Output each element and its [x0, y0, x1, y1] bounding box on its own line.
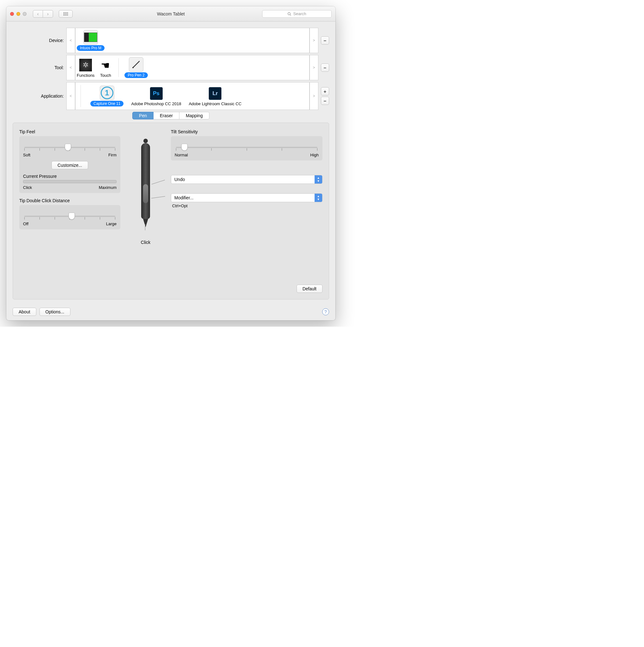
tool-item-label: Touch	[100, 73, 111, 78]
tool-item-label: Functions	[77, 73, 94, 78]
tool-label: Tool:	[13, 65, 66, 70]
device-item-intuos[interactable]: Intuos Pro M	[77, 30, 104, 51]
app-item-captureone[interactable]: 1 Capture One 11	[90, 86, 124, 106]
upper-button-dropdown[interactable]: Undo ▲▼	[171, 175, 322, 184]
photoshop-icon: Ps	[150, 87, 163, 100]
settings-tabs: Pen Eraser Mapping	[13, 112, 329, 120]
touch-icon: ☚	[101, 59, 110, 71]
pen-small-icon	[130, 58, 143, 71]
tool-item-functions[interactable]: ✲ Functions	[77, 58, 94, 78]
titlebar: ‹ › Wacom Tablet Search	[6, 6, 335, 21]
grid-icon	[64, 12, 68, 15]
slider-thumb[interactable]	[69, 213, 75, 220]
nav-buttons: ‹ ›	[33, 10, 53, 18]
tool-item-label: Pro Pen 2	[125, 72, 148, 78]
tab-pen[interactable]: Pen	[132, 112, 154, 120]
lightroom-icon: Lr	[209, 87, 221, 100]
svg-line-2	[133, 61, 139, 68]
search-input[interactable]: Search	[262, 10, 332, 18]
lower-button-sublabel: Ctrl+Opt	[172, 204, 322, 208]
forward-button[interactable]: ›	[43, 10, 53, 18]
pressure-max-label: Maximum	[99, 185, 116, 190]
application-label: Application:	[13, 93, 66, 98]
preferences-window: ‹ › Wacom Tablet Search Device: < Intuos…	[6, 6, 335, 320]
tool-item-touch[interactable]: ☚ Touch	[98, 58, 113, 78]
tool-scroll-right[interactable]: >	[310, 55, 318, 80]
capture-one-icon: 1	[101, 86, 113, 99]
svg-point-3	[132, 67, 134, 68]
app-add-button[interactable]: +	[321, 87, 329, 95]
double-click-slider[interactable]	[24, 216, 115, 217]
tool-row: Tool: < ✲ Functions ☚ Touch Pro Pen 2	[13, 55, 329, 80]
close-icon[interactable]	[10, 12, 14, 16]
tilt-slider[interactable]	[176, 147, 317, 148]
svg-point-0	[288, 12, 291, 15]
traffic-lights	[10, 12, 26, 16]
application-list: 1 Capture One 11 Ps Adobe Photoshop CC 2…	[75, 82, 310, 110]
tilt-high-label: High	[310, 153, 319, 157]
divider	[81, 85, 81, 107]
chevron-updown-icon: ▲▼	[315, 175, 322, 184]
app-scroll-right[interactable]: >	[310, 82, 318, 110]
slider-thumb[interactable]	[181, 144, 187, 151]
customize-button[interactable]: Customize...	[52, 161, 88, 169]
double-click-large-label: Large	[106, 221, 116, 226]
application-row: Application: < 1 Capture One 11 Ps Adobe…	[13, 82, 329, 110]
bottom-bar: About Options... ?	[6, 304, 335, 320]
back-button[interactable]: ‹	[33, 10, 43, 18]
device-label: Device:	[13, 38, 66, 43]
pen-panel: Tip Feel Soft Firm Customize... Current …	[13, 123, 329, 299]
device-row: Device: < Intuos Pro M > −	[13, 28, 329, 53]
zoom-icon	[23, 12, 26, 16]
current-pressure-title: Current Pressure	[23, 174, 116, 179]
pressure-bar	[23, 180, 116, 183]
svg-line-1	[290, 14, 291, 15]
device-remove-button[interactable]: −	[321, 36, 329, 45]
minimize-icon[interactable]	[16, 12, 20, 16]
tablet-icon	[84, 32, 97, 42]
tab-eraser[interactable]: Eraser	[154, 112, 179, 120]
about-button[interactable]: About	[13, 308, 36, 316]
lower-button-dropdown[interactable]: Modifier... ▲▼	[171, 193, 322, 202]
divider	[118, 58, 119, 77]
app-item-label: Capture One 11	[90, 101, 124, 106]
double-click-title: Tip Double Click Distance	[19, 198, 120, 203]
tip-feel-slider[interactable]	[24, 147, 115, 148]
tip-feel-group: Soft Firm Customize... Current Pressure …	[19, 136, 120, 193]
app-item-label: Adobe Lightroom Classic CC	[189, 101, 242, 106]
show-all-button[interactable]	[59, 10, 73, 18]
tip-feel-firm-label: Firm	[108, 153, 116, 157]
app-scroll-left[interactable]: <	[66, 82, 75, 110]
double-click-off-label: Off	[23, 221, 28, 226]
device-scroll-left[interactable]: <	[66, 28, 75, 53]
search-placeholder: Search	[293, 11, 306, 16]
device-list: Intuos Pro M	[75, 28, 310, 53]
tip-feel-soft-label: Soft	[23, 153, 30, 157]
help-button[interactable]: ?	[322, 308, 329, 315]
pen-tip-label: Click	[141, 240, 150, 245]
functions-icon: ✲	[79, 59, 92, 71]
tip-feel-title: Tip Feel	[19, 129, 120, 134]
tool-item-propen[interactable]: Pro Pen 2	[125, 57, 148, 78]
app-remove-button[interactable]: −	[321, 97, 329, 105]
chevron-updown-icon: ▲▼	[315, 194, 322, 202]
app-item-lightroom[interactable]: Lr Adobe Lightroom Classic CC	[189, 86, 242, 106]
double-click-group: Off Large	[19, 205, 120, 229]
tilt-normal-label: Normal	[175, 153, 188, 157]
lower-button-value: Modifier...	[171, 195, 315, 200]
options-button[interactable]: Options...	[39, 308, 70, 316]
default-button[interactable]: Default	[297, 285, 322, 293]
device-scroll-right[interactable]: >	[310, 28, 318, 53]
upper-button-value: Undo	[171, 177, 315, 182]
search-icon	[288, 12, 291, 16]
device-item-label: Intuos Pro M	[77, 45, 104, 51]
tool-remove-button[interactable]: −	[321, 64, 329, 72]
slider-thumb[interactable]	[65, 144, 71, 151]
tool-scroll-left[interactable]: <	[66, 55, 75, 80]
tilt-group: Normal High	[171, 136, 322, 160]
pressure-click-label: Click	[23, 185, 32, 190]
tab-mapping[interactable]: Mapping	[179, 112, 210, 120]
app-item-photoshop[interactable]: Ps Adobe Photoshop CC 2018	[131, 86, 181, 106]
tilt-title: Tilt Sensitivity	[171, 129, 322, 134]
pen-diagram: Click	[127, 129, 165, 245]
